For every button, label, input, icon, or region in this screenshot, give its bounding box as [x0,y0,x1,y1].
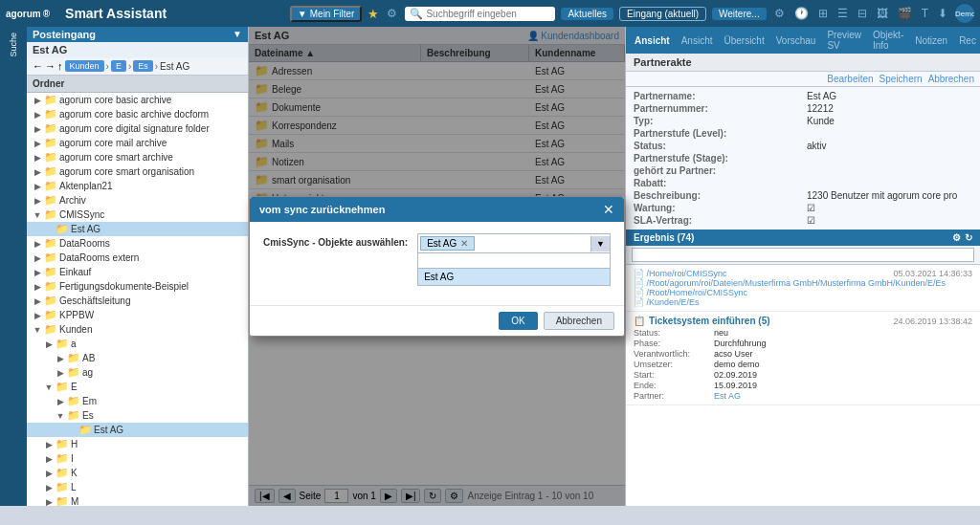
tree-label: Fertigungsdokumente-Beispiel [59,281,189,292]
tree-item[interactable]: ▶📁KPPBW [27,308,248,322]
weitere-button[interactable]: Weitere... [712,8,767,20]
tree-item[interactable]: ▶📁I [27,451,248,466]
tree-item[interactable]: ▶📁DataRooms extern [27,251,248,265]
tree-item[interactable]: 📁Est AG [27,222,248,236]
tree-item[interactable]: ▶📁agorum core smart organisation [27,164,248,179]
tree-item[interactable]: ▼📁E [27,380,248,394]
tree-item[interactable]: ▶📁Einkauf [27,265,248,279]
estag-label: Est AG [27,42,248,57]
right-tab-3[interactable]: Vorschau [771,34,821,47]
tree-item[interactable]: ▼📁Kunden [27,322,248,337]
tree-item[interactable]: ▶📁K [27,466,248,480]
breadcrumb-kunden[interactable]: Kunden [65,60,104,72]
ticket-partner-value[interactable]: Est AG [714,391,972,401]
text-icon[interactable]: T [920,7,930,20]
path-4[interactable]: 📄 /Kunden/E/Es [634,297,972,307]
tree-item[interactable]: ▶📁L [27,480,248,494]
modal-abbrechen-button[interactable]: Abbrechen [544,312,614,330]
path-3[interactable]: 📄 /Root/Home/roi/CMISSync [634,288,972,297]
folder-icon: 📁 [44,252,57,264]
ticket-fields: Status: neu Phase: Durchführung Verantwo… [634,328,972,401]
tree-item[interactable]: ▼📁Es [27,408,248,423]
dropdown-item-estag[interactable]: Est AG [418,269,610,285]
dropdown-arrow-icon[interactable]: ▼ [590,236,610,252]
tree-item[interactable]: ▶📁H [27,437,248,451]
abbrechen-button[interactable]: Abbrechen [928,74,974,84]
tree-item[interactable]: ▶📁Em [27,394,248,408]
typ-label: Typ: [634,116,799,126]
list-icon[interactable]: ☰ [835,7,850,20]
folder-icon: 📁 [44,194,57,207]
modal-close-button[interactable]: ✕ [603,202,614,217]
film-icon[interactable]: 🎬 [896,7,914,20]
tree-arrow-icon: ▶ [42,440,56,449]
tree-label: Archiv [59,195,86,206]
favorites-star-icon[interactable]: ★ [368,7,379,21]
tree-label: KPPBW [59,310,94,320]
right-tab-2[interactable]: Übersicht [719,34,768,47]
right-tab-4[interactable]: Preview SV [822,29,866,52]
tree-item[interactable]: ▶📁agorum core mail archive [27,136,248,150]
tag-remove-icon[interactable]: ✕ [460,238,468,249]
tree-arrow-icon: ▶ [31,124,44,134]
tree-item[interactable]: ▶📁Archiv [27,193,248,208]
image-icon[interactable]: 🖼 [875,7,890,20]
tree-item[interactable]: ▶📁agorum core basic archive [27,93,248,107]
aktuelles-button[interactable]: Aktuelles [561,8,613,20]
filter-button[interactable]: ▼ Mein Filter [290,6,363,22]
tree-item[interactable]: ▶📁agorum core digital signature folder [27,121,248,136]
breadcrumb-e[interactable]: E [111,60,126,72]
tree-arrow-icon: ▶ [31,311,44,320]
partner-actions: Bearbeiten Speichern Abbrechen [626,72,980,87]
tree-item[interactable]: 📁Est AG [27,423,248,437]
tree-item[interactable]: ▶📁Geschäftsleitung [27,294,248,308]
tree-item[interactable]: ▶📁AB [27,351,248,365]
breadcrumb-es[interactable]: Es [133,60,153,72]
tree-item[interactable]: ▶📁M [27,494,248,506]
ergebnis-refresh-icon[interactable]: ↻ [965,232,972,243]
tree-label: L [71,482,77,492]
modal-search-input[interactable] [417,253,611,269]
tree-arrow-icon: ▶ [31,268,44,277]
right-tab-5[interactable]: Objekt-Info [868,29,908,52]
search-input[interactable] [426,9,550,19]
tree-item[interactable]: ▶📁Aktenplan21 [27,179,248,193]
grid-icon[interactable]: ⊞ [816,7,830,20]
collapse-icon[interactable]: ▼ [233,29,242,39]
ergebnis-config-icon[interactable]: ⚙ [952,232,961,243]
modal-ok-button[interactable]: OK [499,312,537,330]
speichern-button[interactable]: Speichern [880,74,923,84]
download-icon[interactable]: ⬇ [936,7,949,20]
right-tab-6[interactable]: Notizen [910,34,952,47]
tree-item[interactable]: ▶📁a [27,337,248,351]
forward-icon[interactable]: → [45,60,56,72]
back-icon[interactable]: ← [33,60,43,72]
right-tab-0[interactable]: Ansicht [630,34,675,47]
path-2[interactable]: 📄 /Root/agorum/roi/Dateien/Musterfirma G… [634,278,972,288]
folder-icon: 📁 [56,338,69,350]
path-1[interactable]: 📄 /Home/roi/CMISSync [634,269,893,278]
topbar: agorum® Smart Assistant ▼ Mein Filter ★ … [0,0,980,27]
tree-arrow-icon: ▶ [31,253,44,263]
tree-item[interactable]: ▶📁agorum core basic archive docform [27,107,248,121]
tree-item[interactable]: ▶📁DataRooms [27,236,248,251]
table-icon[interactable]: ⊟ [856,7,869,20]
tree-item[interactable]: ▶📁ag [27,365,248,380]
eingang-button[interactable]: Eingang (aktuell) [619,7,706,21]
tree-arrow-icon: ▶ [31,282,44,292]
clock-icon[interactable]: 🕐 [792,7,811,20]
bearbeiten-button[interactable]: Bearbeiten [827,74,873,84]
tree-item[interactable]: ▶📁Fertigungsdokumente-Beispiel [27,279,248,294]
tree-item[interactable]: ▶📁agorum core smart archive [27,150,248,164]
up-icon[interactable]: ↑ [57,60,63,72]
right-tab-1[interactable]: Ansicht [677,34,718,47]
ticket-title-text[interactable]: Ticketsystem einführen (5) [649,316,770,326]
tree-arrow-icon: ▶ [31,110,44,120]
ergebnis-search-input[interactable] [632,248,974,262]
modal-select-top[interactable]: Est AG ✕ ▼ [417,233,611,253]
user-avatar[interactable]: Demo Rolf [955,4,974,23]
gear-icon[interactable]: ⚙ [772,7,787,20]
tree-item[interactable]: ▼📁CMISSync [27,208,248,222]
settings-icon[interactable]: ⚙ [385,7,399,20]
right-tab-7[interactable]: Rec [954,34,980,47]
